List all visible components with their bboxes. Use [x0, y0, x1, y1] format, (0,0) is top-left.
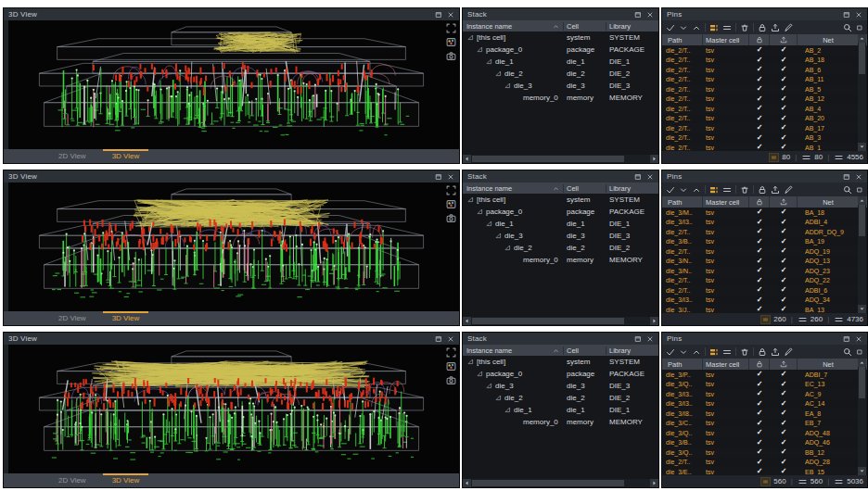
- delete-icon[interactable]: [740, 23, 749, 32]
- stack-tree-row[interactable]: [this cell] system SYSTEM: [463, 194, 658, 206]
- close-panel-icon[interactable]: [447, 335, 454, 343]
- edit-icon[interactable]: [784, 185, 793, 195]
- pin-row[interactable]: die_2/T.. tsv ✓ ✓ AB_6: [662, 65, 859, 75]
- close-panel-icon[interactable]: [855, 335, 862, 343]
- total-count[interactable]: 5036: [834, 477, 863, 486]
- pin-row[interactable]: die_3/Q.. tsv ✓ ✓ ADQ_48: [662, 428, 859, 438]
- pin-row[interactable]: die_3/P.. tsv ✓ ✓ ADBI_7: [662, 370, 859, 380]
- snapshot-icon[interactable]: [446, 213, 456, 223]
- expander-icon[interactable]: [467, 196, 474, 203]
- pin-row[interactable]: die_2/T.. tsv ✓ ✓ AB_4: [662, 104, 859, 114]
- column-net[interactable]: Net: [798, 34, 859, 45]
- close-panel-icon[interactable]: [447, 173, 454, 181]
- expander-icon[interactable]: [467, 34, 474, 41]
- shown-count[interactable]: 560: [798, 477, 823, 486]
- column-path[interactable]: Path: [662, 196, 703, 208]
- tab-3d-view[interactable]: 3D View: [99, 311, 153, 325]
- close-panel-icon[interactable]: [855, 173, 862, 181]
- vertical-scrollbar[interactable]: [858, 196, 866, 313]
- column-instance-name[interactable]: Instance name: [463, 346, 564, 355]
- horizontal-scrollbar[interactable]: [463, 317, 658, 325]
- lock-icon[interactable]: [758, 23, 767, 32]
- tab-2d-view[interactable]: 2D View: [45, 473, 99, 487]
- pin-row[interactable]: die_3/I8.. tsv ✓ ✓ EA_8: [662, 409, 859, 419]
- column-lock[interactable]: [749, 359, 770, 370]
- float-panel-icon[interactable]: [435, 173, 442, 181]
- chevron-down-icon[interactable]: [679, 23, 688, 32]
- stack-tree-row[interactable]: die_2 die_2 DIE_2: [463, 242, 658, 254]
- stack-tree-row[interactable]: die_1 die_1 DIE_1: [463, 56, 658, 68]
- column-net[interactable]: Net: [798, 196, 859, 208]
- delete-icon[interactable]: [740, 185, 749, 195]
- column-lock[interactable]: [749, 196, 770, 208]
- float-panel-icon[interactable]: [843, 335, 850, 343]
- fullscreen-icon[interactable]: [446, 347, 456, 358]
- scroll-thumb[interactable]: [472, 480, 624, 486]
- pin-row[interactable]: die_3/Q.. tsv ✓ ✓ BB_12: [662, 447, 859, 458]
- selected-count[interactable]: 260: [760, 315, 785, 324]
- fullscreen-icon[interactable]: [446, 185, 456, 195]
- search-icon[interactable]: [843, 347, 852, 357]
- tab-3d-view[interactable]: 3D View: [99, 473, 153, 487]
- expander-icon[interactable]: [486, 383, 492, 389]
- column-net[interactable]: Net: [798, 359, 859, 370]
- tab-2d-view[interactable]: 2D View: [45, 311, 99, 325]
- list-icon[interactable]: [722, 23, 732, 32]
- pin-row[interactable]: die_2/T.. tsv ✓ ✓ AB_11: [662, 75, 859, 85]
- pin-row[interactable]: die_2/T.. tsv ✓ ✓ ADQ_22: [662, 276, 859, 286]
- column-path[interactable]: Path: [662, 359, 703, 370]
- close-panel-icon[interactable]: [646, 335, 654, 343]
- pin-row[interactable]: die_3/Q.. tsv ✓ ✓ EC_13: [662, 380, 859, 390]
- pin-row[interactable]: die_2/T.. tsv ✓ ✓ ADQ_28: [662, 458, 859, 468]
- chevron-up-icon[interactable]: [692, 23, 701, 32]
- export-icon[interactable]: [771, 23, 780, 32]
- horizontal-scrollbar[interactable]: [463, 479, 658, 487]
- total-count[interactable]: 4736: [834, 315, 863, 324]
- vertical-scrollbar[interactable]: [858, 34, 866, 151]
- pin-row[interactable]: die_2/T.. tsv ✓ ✓ AB_2: [662, 45, 859, 56]
- pin-row[interactable]: die_3/N.. tsv ✓ ✓ ADQ_23: [662, 266, 859, 276]
- edit-icon[interactable]: [784, 347, 793, 357]
- expander-icon[interactable]: [504, 245, 511, 251]
- scroll-left-button[interactable]: [463, 317, 471, 325]
- options-icon[interactable]: [856, 348, 863, 356]
- stack-tree-row[interactable]: die_2 die_2 DIE_2: [463, 68, 658, 80]
- tab-2d-view[interactable]: 2D View: [45, 149, 99, 163]
- stack-tree-row[interactable]: die_3 die_3 DIE_3: [463, 80, 658, 92]
- stack-tree-row[interactable]: [this cell] system SYSTEM: [463, 31, 658, 44]
- stack-tree-row[interactable]: memory_0 memory MEMORY: [463, 92, 658, 104]
- colors-icon[interactable]: [446, 361, 456, 371]
- expander-icon[interactable]: [467, 359, 474, 365]
- scroll-up-button[interactable]: [858, 359, 866, 367]
- 3d-viewport[interactable]: [4, 345, 459, 473]
- scroll-thumb[interactable]: [472, 156, 624, 162]
- float-panel-icon[interactable]: [843, 173, 850, 181]
- highlight-rows-icon[interactable]: [709, 23, 719, 32]
- close-panel-icon[interactable]: [855, 11, 862, 19]
- scroll-up-button[interactable]: [858, 34, 866, 43]
- list-icon[interactable]: [722, 347, 732, 357]
- pin-row[interactable]: die_2/T.. tsv ✓ ✓ AB_20: [662, 114, 859, 124]
- scroll-left-button[interactable]: [463, 155, 471, 163]
- float-panel-icon[interactable]: [843, 11, 850, 19]
- column-cell[interactable]: Cell: [564, 184, 606, 193]
- column-master-cell[interactable]: Master cell: [703, 196, 749, 208]
- column-library[interactable]: Library: [606, 346, 658, 355]
- float-panel-icon[interactable]: [634, 173, 642, 181]
- vertical-scrollbar[interactable]: [858, 359, 866, 475]
- scroll-left-button[interactable]: [463, 479, 471, 487]
- scroll-thumb[interactable]: [859, 367, 865, 398]
- column-lock[interactable]: [749, 34, 770, 45]
- pin-row[interactable]: die_3/I3.. tsv ✓ ✓ AC_9: [662, 389, 859, 399]
- expander-icon[interactable]: [504, 82, 511, 89]
- colors-icon[interactable]: [446, 199, 456, 209]
- stack-tree-row[interactable]: package_0 package PACKAGE: [463, 44, 658, 56]
- scroll-thumb[interactable]: [859, 43, 865, 74]
- column-cell[interactable]: Cell: [564, 346, 606, 355]
- 3d-viewport[interactable]: [4, 20, 459, 149]
- stack-tree-row[interactable]: die_1 die_1 DIE_1: [463, 404, 658, 416]
- lock-icon[interactable]: [758, 347, 767, 357]
- pin-row[interactable]: die_3/E.. tsv ✓ ✓ EB_15: [662, 467, 859, 475]
- scroll-right-button[interactable]: [650, 317, 658, 325]
- column-instance-name[interactable]: Instance name: [463, 184, 564, 193]
